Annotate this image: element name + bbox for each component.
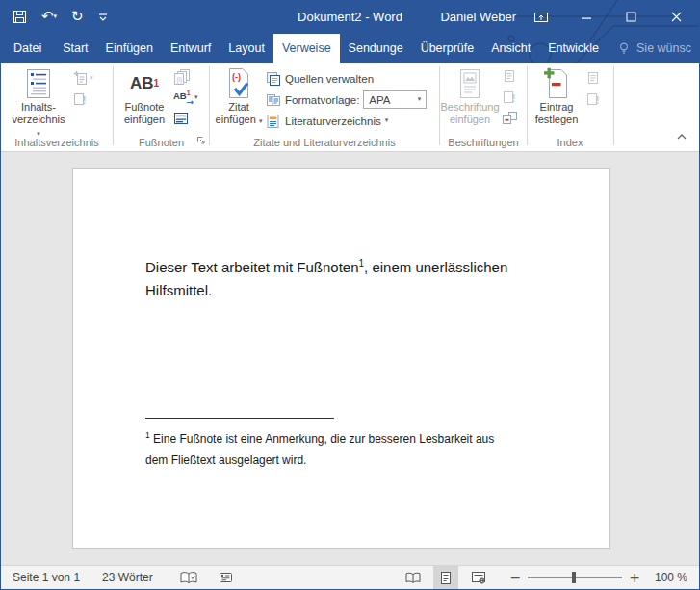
group-label-zitate: Zitate und Literaturverzeichnis	[210, 137, 439, 148]
endnote-arrow-icon: →	[186, 97, 194, 107]
style-value: APA	[364, 94, 417, 106]
document-page[interactable]: Dieser Text arbeitet mit Fußnoten1, eine…	[72, 168, 610, 549]
show-notes-button[interactable]	[173, 108, 198, 129]
body-text[interactable]: Dieser Text arbeitet mit Fußnoten1, eine…	[145, 252, 507, 302]
footnote-text[interactable]: 1 Eine Fußnote ist eine Anmerkung, die z…	[145, 425, 494, 471]
mark-entry-label-line2: festlegen	[535, 114, 579, 126]
caret-down-icon[interactable]: ▾	[418, 96, 427, 103]
cross-reference-button[interactable]	[502, 108, 518, 129]
zoom-in-button[interactable]: +	[629, 571, 640, 584]
insert-table-of-figures-button[interactable]	[502, 65, 518, 87]
tell-me-box[interactable]: Sie wünsc	[608, 34, 700, 63]
tab-ansicht[interactable]: Ansicht	[482, 34, 539, 63]
tab-entwickler[interactable]: Entwickle	[539, 34, 608, 63]
maximize-button[interactable]	[609, 0, 654, 34]
mark-entry-icon	[543, 65, 570, 101]
zoom-level[interactable]: 100 %	[655, 571, 687, 584]
tab-layout[interactable]: Layout	[220, 34, 273, 63]
citation-rows: Quellen verwalten Formatvorlage: APA ▾	[266, 68, 427, 131]
signed-in-user[interactable]: Daniel Weber	[440, 0, 516, 34]
tab-ueberpruefen[interactable]: Überprüfe	[412, 34, 483, 63]
toc-small-buttons: ▾ !	[72, 67, 93, 110]
add-text-icon	[72, 70, 88, 86]
macro-record-icon[interactable]	[219, 571, 233, 584]
insert-index-button[interactable]	[585, 67, 601, 89]
tab-verweise-active[interactable]: Verweise	[273, 34, 340, 63]
caption-label-line1: Beschriftung	[440, 101, 499, 114]
group-beschriftungen: Beschriftung einfügen !	[440, 63, 527, 150]
word-window: ↶ ▾ ↻ Dokument2 - Word Daniel Weber	[0, 0, 700, 590]
zoom-out-button[interactable]: −	[510, 571, 522, 584]
caption-label-line2: einfügen	[450, 114, 490, 126]
update-table-button[interactable]: !	[502, 87, 518, 108]
add-text-button[interactable]: ▾	[72, 67, 93, 89]
next-footnote-button[interactable]: (i)	[173, 65, 198, 87]
web-layout-button[interactable]	[466, 566, 491, 589]
read-mode-icon	[405, 572, 421, 584]
caret-down-icon: ▾	[90, 75, 93, 82]
tab-sendungen[interactable]: Sendunge	[340, 34, 412, 63]
update-index-button[interactable]: !	[585, 89, 601, 110]
ribbon: Inhalts- verzeichnis ▾ ▾ !	[1, 63, 699, 152]
group-inhaltsverzeichnis: Inhalts- verzeichnis ▾ ▾ !	[1, 63, 113, 150]
proofing-status-icon[interactable]	[180, 571, 197, 585]
mark-entry-label-line1: Eintrag	[540, 101, 574, 114]
group-label-inhaltsverzeichnis: Inhaltsverzeichnis	[1, 137, 113, 148]
word-count[interactable]: 23 Wörter	[102, 571, 153, 584]
print-layout-button[interactable]	[433, 566, 458, 589]
index-small-buttons: !	[585, 67, 601, 110]
manage-sources-button[interactable]: Quellen verwalten	[266, 68, 427, 89]
zoom-slider-handle[interactable]	[572, 572, 576, 583]
document-area: Dieser Text arbeitet mit Fußnoten1, eine…	[1, 152, 699, 566]
status-bar: Seite 1 von 1 23 Wörter	[1, 565, 699, 589]
tab-einfuegen[interactable]: Einfügen	[97, 34, 162, 63]
caption-small-buttons: !	[502, 65, 518, 129]
update-toc-icon: !	[72, 91, 88, 107]
collapse-ribbon-icon[interactable]	[676, 132, 687, 143]
insert-citation-button[interactable]: (-) Zitat einfügen ▾	[213, 65, 265, 126]
bibliography-button[interactable]: Literaturverzeichnis ▾	[266, 111, 427, 131]
cross-reference-icon	[502, 111, 518, 126]
lightbulb-icon	[617, 41, 631, 55]
header: ↶ ▾ ↻ Dokument2 - Word Daniel Weber	[1, 0, 699, 63]
manage-sources-label: Quellen verwalten	[285, 73, 374, 85]
read-mode-button[interactable]	[401, 566, 426, 589]
tab-start[interactable]: Start	[54, 34, 96, 63]
group-zitate: (-) Zitat einfügen ▾ Quellen verwalten	[210, 63, 439, 150]
mark-entry-button[interactable]: Eintrag festlegen	[531, 65, 583, 126]
svg-text:!: !	[512, 93, 515, 104]
svg-text:(i): (i)	[177, 75, 183, 83]
insert-footnote-button[interactable]: AB1 Fußnote einfügen	[117, 65, 171, 126]
update-toc-button[interactable]: !	[72, 89, 93, 110]
style-combobox[interactable]: APA ▾	[363, 90, 427, 109]
footnote-separator	[145, 418, 334, 419]
footnote-label-line2: einfügen	[124, 114, 165, 126]
group-fussnoten: AB1 Fußnote einfügen (i)	[114, 63, 209, 150]
caret-down-icon: ▾	[194, 94, 198, 101]
group-label-beschriftungen: Beschriftungen	[440, 137, 527, 148]
next-footnote-icon: (i)	[173, 68, 191, 85]
minimize-button[interactable]	[563, 0, 609, 34]
manage-sources-icon	[266, 71, 281, 87]
style-row: Formatvorlage: APA ▾	[266, 90, 427, 110]
close-button[interactable]	[654, 0, 699, 34]
page-indicator[interactable]: Seite 1 von 1	[13, 571, 80, 584]
tab-datei[interactable]: Datei	[1, 34, 54, 63]
insert-endnote-button[interactable]: AB1 → ▾	[173, 87, 198, 108]
svg-text:(-): (-)	[232, 72, 241, 82]
toc-label-line2: verzeichnis	[12, 114, 65, 125]
insert-endnote-icon: AB1 →	[173, 90, 193, 105]
table-of-figures-icon	[502, 68, 517, 84]
tab-entwurf[interactable]: Entwurf	[162, 34, 220, 63]
zoom-slider[interactable]	[528, 577, 622, 578]
footnote-label-line1: Fußnote	[125, 101, 165, 114]
print-layout-icon	[439, 571, 453, 585]
ribbon-display-options-icon[interactable]	[518, 0, 563, 34]
svg-text:!: !	[83, 95, 86, 106]
update-index-icon: !	[585, 91, 601, 107]
insert-caption-icon	[456, 65, 483, 101]
table-of-contents-button[interactable]: Inhalts- verzeichnis ▾	[11, 65, 66, 139]
toc-label-line1: Inhalts-	[21, 101, 56, 114]
caret-down-icon: ▾	[385, 117, 389, 124]
insert-caption-button[interactable]: Beschriftung einfügen	[441, 65, 499, 126]
